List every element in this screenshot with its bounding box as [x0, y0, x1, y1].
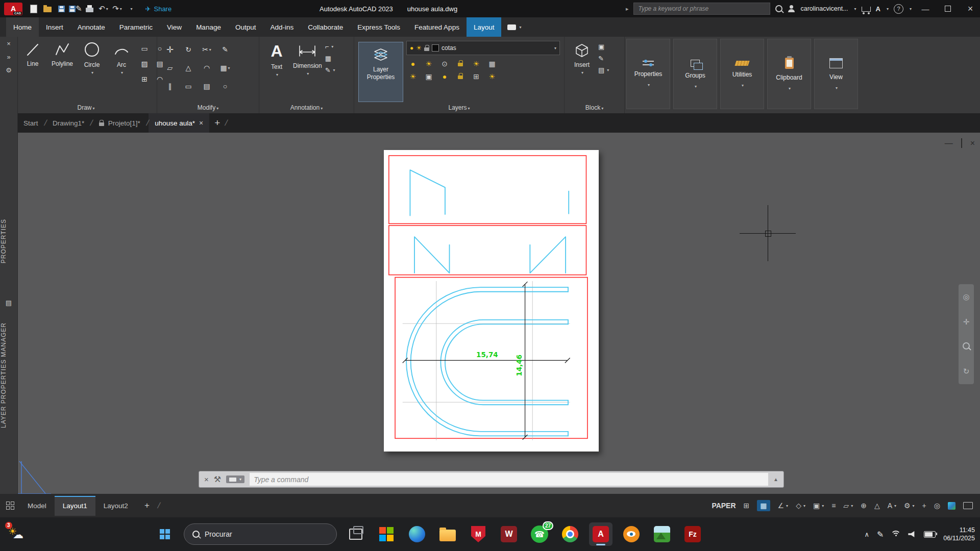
markup-icon[interactable]: ✎▾: [325, 66, 335, 74]
ribbon-display-toggle[interactable]: ▾: [501, 17, 527, 37]
file-tab-drawing1[interactable]: Drawing1*: [46, 113, 90, 133]
tab-output[interactable]: Output: [228, 17, 263, 37]
zoom-icon[interactable]: [963, 342, 970, 351]
trim-icon[interactable]: ✂▾: [198, 41, 215, 58]
viewport-border[interactable]: [389, 226, 586, 275]
panel-block-label[interactable]: Block▾: [565, 104, 624, 111]
tab-add-ins[interactable]: Add-ins: [263, 17, 301, 37]
insert-block-tool[interactable]: Insert ▾: [569, 41, 595, 75]
file-tab-projeto[interactable]: Projeto[1]*: [93, 113, 146, 133]
customize-wrench-icon[interactable]: ⚒: [214, 474, 221, 484]
volume-icon[interactable]: [908, 531, 916, 537]
tab-collaborate[interactable]: Collaborate: [301, 17, 350, 37]
rectangle-tool-icon[interactable]: ▭: [138, 42, 151, 55]
save-button[interactable]: [55, 2, 67, 15]
palette-icon[interactable]: ▤: [0, 296, 17, 309]
autodesk-app-icon[interactable]: A: [876, 5, 880, 13]
grid-display-icon[interactable]: ⊞: [744, 502, 750, 510]
tab-model[interactable]: Model: [19, 496, 55, 516]
layer-dropdown[interactable]: ● ☀ cotas ▾: [406, 41, 560, 55]
array-icon[interactable]: ▦▾: [216, 59, 234, 77]
close-command-icon[interactable]: ×: [204, 475, 209, 484]
elevation-drawings[interactable]: [410, 170, 569, 273]
new-tab-button[interactable]: +: [209, 117, 225, 129]
start-button[interactable]: [153, 522, 177, 546]
boundary-tool-icon[interactable]: ⊞: [138, 72, 151, 86]
add-status-icon[interactable]: +: [922, 502, 926, 510]
viewport-close-button[interactable]: ×: [970, 139, 975, 148]
clean-screen-icon[interactable]: [963, 502, 973, 509]
pan-icon[interactable]: ✛: [963, 317, 970, 327]
erase-icon[interactable]: ✎: [216, 41, 234, 58]
share-button[interactable]: ✈Share: [145, 5, 172, 13]
layer-isolate-icon[interactable]: ☀: [423, 60, 434, 68]
paper-space-toggle[interactable]: PAPER: [712, 502, 736, 510]
polar-tracking-icon[interactable]: ∠▾: [778, 502, 789, 510]
microsoft-app-button[interactable]: [375, 522, 398, 546]
workspace-gear-icon[interactable]: ⚙▾: [904, 502, 915, 510]
clock[interactable]: 11:45 06/11/2025: [943, 526, 975, 542]
panel-groups-collapsed[interactable]: Groups ▾: [673, 39, 717, 109]
orbit-icon[interactable]: ↻: [963, 367, 970, 376]
paper-sheet[interactable]: 15,74 14,46: [384, 150, 599, 452]
panel-clipboard-collapsed[interactable]: Clipboard ▾: [767, 39, 811, 109]
block-editor-icon[interactable]: ▤▾: [598, 66, 609, 74]
rotate-icon[interactable]: ↻: [180, 41, 197, 58]
panel-layers-label[interactable]: Layers▾: [354, 104, 564, 111]
hatch-tool-icon[interactable]: ▨: [138, 57, 151, 70]
qat-menu-button[interactable]: ▾: [125, 2, 137, 15]
dynamic-input-icon[interactable]: ⊕: [861, 502, 867, 510]
layer-tool-icon[interactable]: ⊞: [471, 72, 482, 81]
panel-properties-collapsed[interactable]: Properties ▾: [626, 39, 670, 109]
layer-lock-tool-icon[interactable]: [455, 60, 466, 68]
chevron-down-icon[interactable]: ▾: [887, 7, 889, 11]
tab-view[interactable]: View: [160, 17, 189, 37]
graphics-performance-icon[interactable]: [948, 502, 955, 510]
weather-widget[interactable]: ☀ ☁ 3: [8, 524, 31, 544]
viewport-restore-button[interactable]: [961, 139, 962, 148]
tab-featured-apps[interactable]: Featured Apps: [407, 17, 467, 37]
layer-freeze-icon[interactable]: ⊙: [439, 60, 450, 68]
pen-icon[interactable]: ✎: [877, 530, 884, 539]
isodraft-icon[interactable]: ◇▾: [796, 502, 805, 510]
user-name[interactable]: carolinacvicent...: [800, 5, 848, 12]
file-tab-uhouse-aula[interactable]: uhouse aula*×: [149, 113, 209, 133]
edge-button[interactable]: [405, 522, 429, 546]
write-block-icon[interactable]: ✎: [598, 55, 609, 62]
plot-button[interactable]: [84, 2, 96, 15]
tab-layout2[interactable]: Layout2: [95, 496, 136, 516]
maximize-button[interactable]: [939, 0, 957, 17]
properties-palette-tab[interactable]: PROPERTIES: [0, 219, 17, 263]
create-block-icon[interactable]: ▣: [598, 43, 609, 51]
blender-button[interactable]: [620, 522, 643, 546]
close-button[interactable]: ×: [962, 0, 979, 17]
explode-icon[interactable]: ○: [216, 78, 234, 95]
table-icon[interactable]: ▦: [325, 55, 335, 62]
command-input[interactable]: [250, 473, 768, 486]
layer-tool-icon[interactable]: [455, 72, 466, 81]
panel-view-collapsed[interactable]: View ▾: [814, 39, 858, 109]
panel-modify-label[interactable]: Modify▾: [157, 104, 259, 111]
tab-manage[interactable]: Manage: [189, 17, 228, 37]
offset-icon[interactable]: ∥: [161, 78, 179, 95]
wifi-icon[interactable]: [891, 531, 900, 538]
help-icon[interactable]: ?: [894, 4, 903, 14]
tab-annotate[interactable]: Annotate: [70, 17, 112, 37]
polyline-tool[interactable]: Polyline: [49, 41, 76, 67]
layer-tool-icon[interactable]: ▣: [423, 72, 434, 81]
cart-icon[interactable]: [862, 7, 871, 12]
isolate-objects-icon[interactable]: ◎: [934, 502, 940, 510]
object-snap-icon[interactable]: ▣▾: [813, 502, 824, 510]
close-tab-icon[interactable]: ×: [199, 119, 203, 127]
multileader-icon[interactable]: ⌐▾: [325, 43, 335, 51]
tray-expand-icon[interactable]: ∧: [864, 531, 869, 538]
new-file-button[interactable]: [28, 2, 40, 15]
autocad-logo-icon[interactable]: ACAD: [4, 3, 22, 15]
taskbar-search[interactable]: Procurar: [184, 523, 337, 545]
tab-home[interactable]: Home: [6, 17, 39, 37]
tab-parametric[interactable]: Parametric: [112, 17, 160, 37]
dimensions[interactable]: 15,74 14,46: [403, 282, 570, 440]
chevron-down-icon[interactable]: ▾: [854, 7, 856, 11]
viewport-border[interactable]: [389, 156, 586, 223]
command-history-toggle[interactable]: ▲: [773, 477, 778, 482]
